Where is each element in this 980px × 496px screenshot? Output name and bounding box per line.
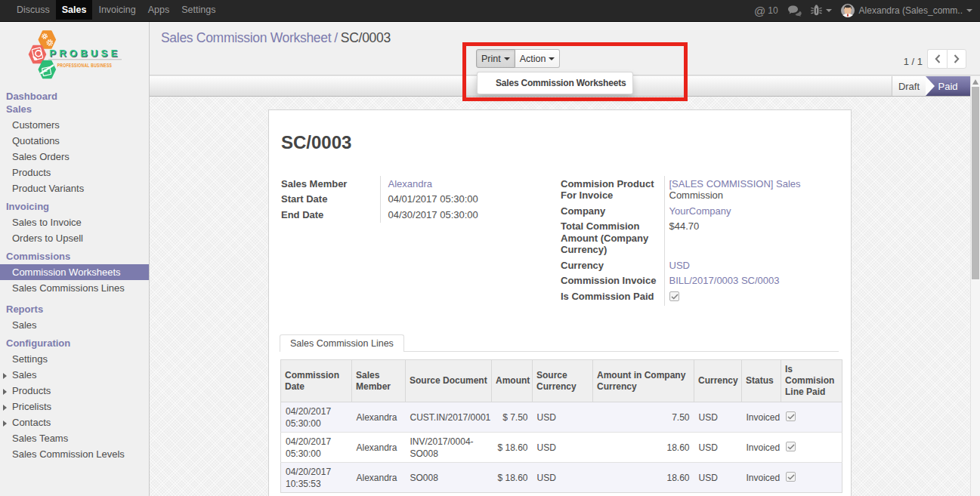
sidebar-section-dashboard[interactable]: Dashboard <box>0 89 149 101</box>
sidebar-item-config-sales[interactable]: Sales <box>0 367 149 383</box>
sidebar-item-sales-commissions-lines[interactable]: Sales Commissions Lines <box>0 280 149 296</box>
col-amount-company-currency[interactable]: Amount in Company Currency <box>593 360 694 402</box>
col-source-currency[interactable]: Source Currency <box>533 360 593 402</box>
field-row: Commission Invoice BILL/2017/0003 SC/000… <box>561 273 836 289</box>
sidebar-item-report-sales[interactable]: Sales <box>0 317 149 333</box>
cell-amount-company: 18.60 <box>593 433 694 463</box>
cell-status: Invoiced <box>742 402 781 433</box>
messages-button[interactable] <box>783 5 806 17</box>
sidebar-item-products[interactable]: Products <box>0 165 149 180</box>
pager-buttons <box>927 49 966 69</box>
line-paid-checkbox[interactable] <box>786 472 796 482</box>
col-currency[interactable]: Currency <box>694 360 742 402</box>
sidebar-item-product-variants[interactable]: Product Variants <box>0 180 149 196</box>
sidebar-item-sales-commission-levels[interactable]: Sales Commission Levels <box>0 446 149 462</box>
col-commission-date[interactable]: Commission Date <box>281 360 352 402</box>
breadcrumb-separator: / <box>331 30 341 45</box>
cell-status: Invoiced <box>742 433 781 463</box>
line-paid-checkbox[interactable] <box>786 411 796 421</box>
sidebar-item-orders-to-upsell[interactable]: Orders to Upsell <box>0 230 149 246</box>
col-sales-member[interactable]: Sales Member <box>352 360 406 402</box>
activity-count: 10 <box>768 5 778 16</box>
col-source-document[interactable]: Source Document <box>406 360 492 402</box>
cell-currency: USD <box>694 433 742 463</box>
sidebar-item-quotations[interactable]: Quotations <box>0 133 149 149</box>
sidebar-item-settings[interactable]: Settings <box>0 351 149 367</box>
sidebar-item-config-pricelists[interactable]: Pricelists <box>0 399 149 414</box>
pager-next-button[interactable] <box>947 49 966 69</box>
activities-button[interactable]: @ 10 <box>750 5 783 17</box>
print-button[interactable]: Print <box>476 49 515 68</box>
menu-invoicing[interactable]: Invoicing <box>92 0 141 20</box>
line-paid-checkbox[interactable] <box>786 442 796 451</box>
table-row[interactable]: 04/20/2017 10:35:53 Alexandra SO008 $ 18… <box>281 463 842 493</box>
dropdown-item-sales-commission-worksheets[interactable]: Sales Commission Worksheets <box>478 75 632 91</box>
menu-settings[interactable]: Settings <box>175 0 221 20</box>
print-dropdown-menu: Sales Commission Worksheets <box>477 72 633 94</box>
field-label-company: Company <box>561 203 664 219</box>
checkmark-icon <box>787 414 795 420</box>
vertical-scrollbar[interactable] <box>970 76 980 496</box>
col-is-commission-line-paid[interactable]: Is Commision Line Paid <box>781 360 842 402</box>
sidebar-item-config-contacts[interactable]: Contacts <box>0 414 149 430</box>
sidebar-section-commissions[interactable]: Commissions <box>0 248 149 264</box>
cell-currency: USD <box>694 402 742 433</box>
menu-apps[interactable]: Apps <box>142 0 176 20</box>
col-status[interactable]: Status <box>742 360 781 402</box>
sidebar-item-customers[interactable]: Customers <box>0 117 149 133</box>
field-label-sales-member: Sales Member <box>281 176 380 192</box>
chevron-down-icon <box>826 9 832 12</box>
logo-hex-report <box>39 61 55 79</box>
is-commission-paid-checkbox[interactable] <box>669 291 679 301</box>
field-value-sales-member[interactable]: Alexandra <box>388 178 433 189</box>
field-value-currency[interactable]: USD <box>669 260 690 271</box>
breadcrumb: Sales Commission Worksheet/SC/0003 <box>161 30 391 46</box>
table-row[interactable]: 04/20/2017 05:30:00 Alexandra CUST.IN/20… <box>281 402 842 433</box>
sidebar-item-sales-orders[interactable]: Sales Orders <box>0 149 149 165</box>
sidebar-section-sales[interactable]: Sales <box>0 101 149 117</box>
probuse-logo: PROBUSE PROBUSE PROFESSIONAL BUSINESS <box>23 28 128 91</box>
action-button[interactable]: Action <box>515 49 561 68</box>
field-value-company[interactable]: YourCompany <box>669 205 731 217</box>
sidebar-section-reports[interactable]: Reports <box>0 301 149 317</box>
expand-caret-icon <box>3 389 7 395</box>
pager-value: 1 / 1 <box>904 56 923 67</box>
menu-sales[interactable]: Sales <box>56 0 93 20</box>
sidebar-item-config-products[interactable]: Products <box>0 383 149 399</box>
field-label-currency: Currency <box>561 257 664 273</box>
sidebar-section-invoicing[interactable]: Invoicing <box>0 199 149 214</box>
scroll-up-arrow-icon[interactable] <box>972 79 978 85</box>
cell-date: 04/20/2017 05:30:00 <box>281 433 352 463</box>
menu-discuss[interactable]: Discuss <box>11 0 56 20</box>
pager-previous-button[interactable] <box>927 49 947 69</box>
cell-date: 04/20/2017 10:35:53 <box>281 463 352 493</box>
field-value-commission-product[interactable]: [SALES COMMISSION] Sales <box>669 178 801 189</box>
tab-sales-commission-lines[interactable]: Sales Commission Lines <box>280 334 404 352</box>
field-group-right: Commision Product For Invoice [SALES COM… <box>561 176 836 306</box>
status-paid[interactable]: Paid <box>926 76 970 96</box>
record-title: SC/0003 <box>281 132 839 153</box>
table-row[interactable]: 04/20/2017 05:30:00 Alexandra INV/2017/0… <box>281 433 842 463</box>
field-value-commission-invoice[interactable]: BILL/2017/0003 SC/0003 <box>669 275 780 286</box>
logo-tagline: PROFESSIONAL BUSINESS <box>57 62 113 69</box>
breadcrumb-current: SC/0003 <box>341 30 391 45</box>
status-draft[interactable]: Draft <box>892 76 926 96</box>
debug-menu-button[interactable] <box>806 5 836 17</box>
main-content: Sales Commission Worksheet/SC/0003 Print… <box>150 22 980 496</box>
col-amount[interactable]: Amount <box>492 360 533 402</box>
scrollbar-thumb[interactable] <box>972 87 979 279</box>
cell-amount-company: 18.60 <box>593 463 694 493</box>
cell-currency: USD <box>694 463 742 493</box>
sidebar-item-sales-to-invoice[interactable]: Sales to Invoice <box>0 214 149 230</box>
sidebar-section-configuration[interactable]: Configuration <box>0 335 149 351</box>
user-name: Alexandra (Sales_comm.. <box>859 5 963 16</box>
expand-caret-icon <box>3 421 7 427</box>
cell-source-currency: USD <box>533 402 593 433</box>
field-row: Is Commission Paid <box>561 288 836 306</box>
sidebar-item-commission-worksheets[interactable]: Commission Worksheets <box>0 264 149 280</box>
sidebar-item-sales-teams[interactable]: Sales Teams <box>0 430 149 446</box>
breadcrumb-parent[interactable]: Sales Commission Worksheet <box>161 30 331 45</box>
field-row: Currency USD <box>561 257 836 273</box>
field-row: Company YourCompany <box>561 203 836 219</box>
user-menu[interactable]: Alexandra (Sales_comm.. <box>836 4 977 17</box>
